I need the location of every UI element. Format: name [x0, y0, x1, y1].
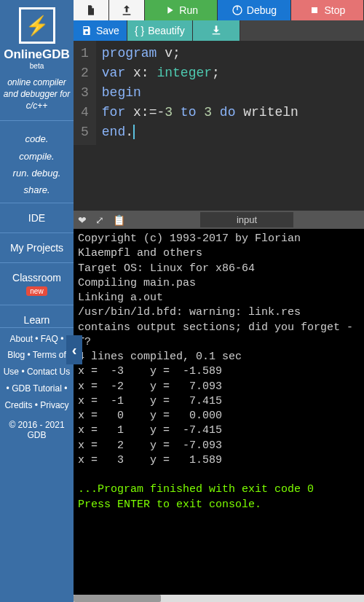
code-content[interactable]: program v;var x: integer;beginfor x:=-3 … [96, 41, 304, 145]
braces-icon: { } [135, 25, 144, 36]
stop-button[interactable]: Stop [291, 0, 364, 20]
nav-classroom[interactable]: Classroom new [0, 262, 74, 305]
horizontal-scrollbar[interactable] [74, 595, 364, 602]
nav-learn[interactable]: Learn [0, 305, 74, 327]
sidebar: ⚡ OnlineGDB beta online compiler and deb… [0, 0, 74, 602]
play-icon [164, 4, 175, 16]
run-button[interactable]: Run [145, 0, 218, 20]
upload-icon [121, 4, 132, 16]
upload-button[interactable] [109, 0, 145, 20]
logo-icon: ⚡ [19, 7, 55, 44]
collapse-sidebar-button[interactable]: ‹ [66, 335, 82, 364]
file-icon [85, 4, 97, 16]
main-area: Run Debug Stop Save { } Beautify [74, 0, 364, 602]
line-gutter: 1 2 3 4 5 [74, 41, 96, 145]
terminal-output[interactable]: Copyright (c) 1993-2017 by Florian Klaem… [74, 229, 364, 602]
toolbar: Run Debug Stop Save { } Beautify [74, 0, 364, 41]
download-icon [210, 25, 222, 36]
chevron-down-icon[interactable]: ❤ [78, 214, 87, 226]
scrollbar-thumb[interactable] [74, 595, 161, 602]
svg-rect-2 [312, 7, 317, 13]
tagline: online compiler and debugger for c/c++ [0, 74, 74, 114]
beautify-button[interactable]: { } Beautify [127, 20, 193, 41]
nav-ide[interactable]: IDE [0, 203, 74, 232]
input-tab[interactable]: input [200, 212, 293, 227]
new-file-button[interactable] [74, 0, 109, 20]
stop-icon [309, 4, 320, 16]
save-button[interactable]: Save [74, 20, 127, 41]
footer-links[interactable]: About • FAQ • Blog • Terms of Use • Cont… [0, 327, 74, 417]
power-icon [232, 4, 243, 16]
nav-projects[interactable]: My Projects [0, 232, 74, 262]
terminal-bar: ❤ ⤢ 📋 input [74, 211, 364, 229]
copyright: © 2016 - 2021 GDB [0, 417, 74, 443]
brand-name: OnlineGDB beta [0, 47, 74, 74]
expand-icon[interactable]: ⤢ [95, 214, 104, 226]
save-icon [81, 25, 92, 36]
code-editor[interactable]: 1 2 3 4 5 program v;var x: integer;begin… [74, 41, 364, 211]
slogan: code. compile. run. debug. share. [0, 127, 74, 203]
download-button[interactable] [193, 20, 240, 41]
new-badge: new [26, 286, 47, 296]
debug-button[interactable]: Debug [218, 0, 290, 20]
copy-icon[interactable]: 📋 [113, 214, 125, 226]
